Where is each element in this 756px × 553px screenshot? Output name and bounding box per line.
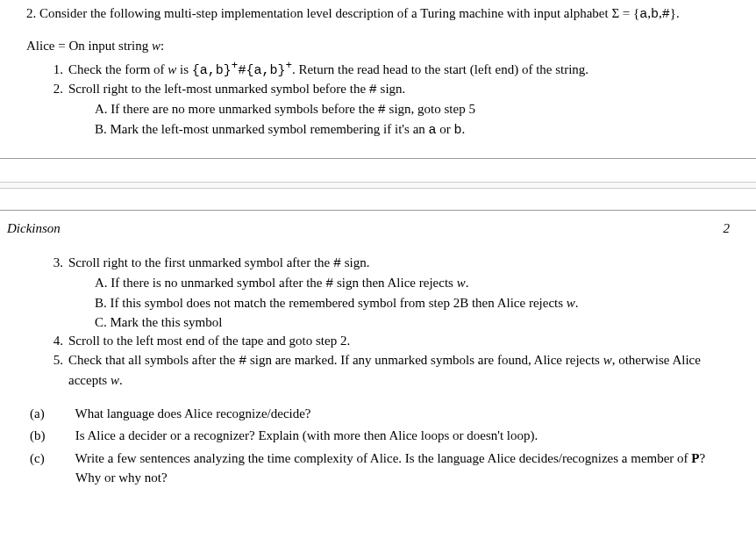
step-text: Mark the left-most unmarked symbol remem…	[111, 122, 429, 136]
var-w: w	[168, 62, 176, 76]
step-text: .	[462, 122, 466, 136]
dot: .	[575, 296, 579, 310]
part-num: (c)	[53, 449, 72, 469]
page-top: 2. Consider the following multi-step imp…	[0, 0, 756, 158]
step-3-sub: A. If there is no unmarked symbol after …	[68, 274, 730, 332]
step-num: 1.	[49, 61, 63, 80]
step-text: is	[176, 62, 192, 76]
dot: .	[466, 276, 469, 290]
step-3c: C. Mark the this symbol	[95, 313, 730, 333]
page-number: 2	[724, 219, 731, 239]
dot: .	[119, 373, 123, 387]
page-break	[0, 158, 756, 211]
header-left: Dickinson	[7, 219, 61, 239]
step-text: or	[437, 122, 454, 136]
part-a: (a) What language does Alice recognize/d…	[53, 405, 730, 424]
step-4: 4.Scroll to the left most end of the tap…	[68, 332, 730, 351]
question-text: Consider the following multi-step implem…	[39, 6, 609, 20]
sub-num: B.	[95, 122, 107, 136]
part-text: What language does Alice recognize/decid…	[75, 406, 310, 420]
step-2: 2.Scroll right to the left-most unmarked…	[68, 80, 730, 140]
var-w: w	[111, 373, 119, 387]
sub-num: B.	[95, 296, 107, 310]
step-5: 5.Check that all symbols after the # sig…	[68, 351, 730, 391]
step-text: If this symbol does not match the rememb…	[111, 296, 567, 310]
step-3b: B. If this symbol does not match the rem…	[95, 294, 730, 313]
sub-num: C.	[95, 315, 107, 329]
regex: {a,b}+#{a,b}+	[192, 63, 292, 78]
step-list-top: 1.Check the form of w is {a,b}+#{a,b}+. …	[26, 58, 730, 140]
sub-num: A.	[95, 276, 108, 290]
part-num: (b)	[53, 427, 72, 446]
step-text: Mark the this symbol	[111, 315, 223, 329]
sub-parts: (a) What language does Alice recognize/d…	[26, 405, 730, 488]
question-number: 2.	[26, 6, 36, 20]
colon: :	[160, 39, 164, 53]
tt-a: a	[429, 123, 437, 138]
step-num: 5.	[49, 351, 63, 370]
sub-num: A.	[95, 102, 108, 116]
var-w: w	[567, 296, 575, 310]
step-3a: A. If there is no unmarked symbol after …	[95, 274, 730, 294]
part-b: (b) Is Alice a decider or a recognizer? …	[53, 427, 730, 446]
step-num: 4.	[49, 332, 63, 351]
step-text: Scroll right to the left-most unmarked s…	[68, 82, 405, 96]
algo-name: Alice	[26, 39, 54, 53]
step-text: Scroll to the left most end of the tape …	[68, 334, 350, 348]
step-2b: B. Mark the left-most unmarked symbol re…	[95, 120, 730, 140]
part-num: (a)	[53, 405, 72, 424]
tt-b: b	[454, 123, 462, 138]
part-text: Write a few sentences analyzing the time…	[75, 451, 691, 465]
class-P: P	[691, 451, 699, 465]
var-w: w	[603, 353, 612, 367]
step-1: 1.Check the form of w is {a,b}+#{a,b}+. …	[68, 58, 730, 81]
algo-on-input: = On input string	[58, 39, 152, 53]
step-2a: A. If there are no more unmarked symbols…	[95, 100, 730, 120]
alphabet: Σ = {a,b,#}.	[611, 6, 679, 20]
page-bottom: Dickinson 2 3.Scroll right to the first …	[0, 211, 756, 509]
step-num: 3.	[49, 254, 63, 273]
step-text: Check the form of	[68, 62, 168, 76]
part-text: Is Alice a decider or a recognizer? Expl…	[75, 428, 538, 442]
step-text: . Return the read head to the start (lef…	[292, 62, 588, 76]
step-2-sub: A. If there are no more unmarked symbols…	[68, 100, 730, 140]
var-w: w	[152, 39, 160, 53]
part-c: (c) Write a few sentences analyzing the …	[53, 449, 730, 488]
question-header: 2. Consider the following multi-step imp…	[26, 4, 730, 25]
step-list-bottom: 3.Scroll right to the first unmarked sym…	[26, 254, 730, 390]
var-w: w	[457, 276, 466, 290]
page-header: Dickinson 2	[26, 219, 730, 239]
step-num: 2.	[49, 80, 63, 99]
algo-header: Alice = On input string w:	[26, 37, 730, 56]
step-3: 3.Scroll right to the first unmarked sym…	[68, 254, 730, 332]
page-break-inner	[0, 182, 756, 189]
